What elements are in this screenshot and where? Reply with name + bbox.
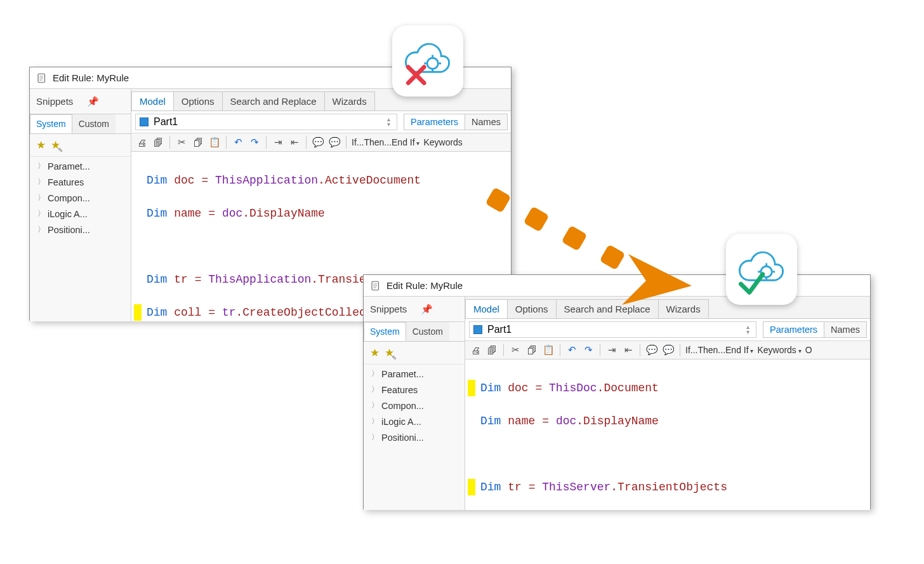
tree-item[interactable]: 〉Compon... [364,398,465,413]
redo-icon[interactable]: ↷ [248,136,261,149]
tree-item[interactable]: 〉Positioni... [364,429,465,445]
copy-icon[interactable]: 🗍 [192,136,204,149]
snippet-tree: 〉Paramet... 〉Features 〉Compon... 〉iLogic… [364,365,465,510]
pin-icon[interactable]: 📌 [421,304,433,315]
document-selector[interactable]: Part1 ▴▾ [469,321,756,338]
tree-item[interactable]: 〉Paramet... [30,158,131,174]
tab-custom[interactable]: Custom [406,322,449,341]
keywords-dropdown[interactable]: Keywords [423,137,462,147]
snippets-header: Snippets 📌 [30,89,131,114]
snippet-tree: 〉Paramet... 〉Features 〉Compon... 〉iLogic… [30,157,131,321]
tree-item[interactable]: 〉Features [364,382,465,398]
part-icon [140,117,148,126]
part-icon [473,325,482,334]
tab-parameters[interactable]: Parameters [763,321,824,338]
svg-rect-22 [562,225,588,252]
tab-names[interactable]: Names [824,321,867,338]
svg-rect-20 [485,187,512,213]
print-icon[interactable]: 🖨 [135,136,148,149]
code-editor[interactable]: Dim doc = ThisDoc.Document Dim name = do… [465,359,870,510]
star-edit-icon[interactable]: ★ [51,138,60,152]
copy-all-icon[interactable]: 🗐 [152,136,164,149]
copy-all-icon[interactable]: 🗐 [485,344,498,356]
tab-system[interactable]: System [30,114,72,133]
star-edit-icon[interactable]: ★ [385,346,394,359]
tab-wizards[interactable]: Wizards [324,91,375,111]
document-name: Part1 [154,116,178,128]
print-icon[interactable]: 🖨 [469,344,482,356]
tree-item[interactable]: 〉Compon... [30,190,131,206]
comment-add-icon[interactable]: 💬 [645,344,658,356]
svg-point-8 [427,58,438,69]
star-icon[interactable]: ★ [36,138,46,152]
keywords-dropdown[interactable]: Keywords [757,345,801,355]
star-icon[interactable]: ★ [370,346,380,359]
outdent-icon[interactable]: ⇤ [622,344,635,356]
spinner-icon[interactable]: ▴▾ [385,117,393,127]
rule-icon [370,280,381,292]
cloud-badge-fail [392,25,463,97]
tab-model[interactable]: Model [131,91,174,111]
redo-icon[interactable]: ↷ [582,344,595,356]
tab-custom[interactable]: Custom [72,114,116,133]
snippets-header: Snippets 📌 [364,297,465,322]
tab-search-replace[interactable]: Search and Replace [222,91,325,111]
editor-toolbar: 🖨 🗐 ✂ 🗍 📋 ↶ ↷ ⇥ ⇤ 💬 💬 If...Then...End If… [465,341,870,359]
svg-rect-21 [524,206,550,232]
cut-icon[interactable]: ✂ [175,136,188,149]
window-title: Edit Rule: MyRule [386,280,463,291]
window-title: Edit Rule: MyRule [53,72,129,83]
tree-item[interactable]: 〉Paramet... [364,366,465,382]
tree-item[interactable]: 〉Features [30,174,131,190]
snippets-tabs: System Custom [30,114,131,134]
rule-icon [36,72,48,84]
tab-names[interactable]: Names [465,114,508,130]
svg-rect-23 [600,245,626,271]
toolbar-overflow: O [805,345,812,355]
tab-system[interactable]: System [364,322,406,341]
paste-icon[interactable]: 📋 [208,136,221,149]
ifthen-dropdown[interactable]: If...Then...End If [352,137,419,147]
transition-arrow [482,184,698,311]
tree-item[interactable]: 〉iLogic A... [30,206,131,222]
paste-icon[interactable]: 📋 [542,344,555,356]
tab-options[interactable]: Options [173,91,223,111]
cut-icon[interactable]: ✂ [509,344,522,356]
comment-del-icon[interactable]: 💬 [662,344,675,356]
document-name: Part1 [487,324,512,335]
indent-icon[interactable]: ⇥ [605,344,618,356]
cloud-badge-ok [726,234,797,305]
editor-toolbar: 🖨 🗐 ✂ 🗍 📋 ↶ ↷ ⇥ ⇤ 💬 💬 If...Then...End If… [131,133,511,152]
snippets-tabs: System Custom [364,322,465,342]
tab-parameters[interactable]: Parameters [404,114,465,130]
pin-icon[interactable]: 📌 [87,96,99,107]
spinner-icon[interactable]: ▴▾ [744,325,752,335]
indent-icon[interactable]: ⇥ [272,136,284,149]
snippets-pane: Snippets 📌 System Custom ★ ★ 〉Paramet...… [30,89,131,321]
ifthen-dropdown[interactable]: If...Then...End If [685,345,753,355]
tree-item[interactable]: 〉Positioni... [30,222,131,238]
outdent-icon[interactable]: ⇤ [288,136,301,149]
undo-icon[interactable]: ↶ [232,136,244,149]
tree-item[interactable]: 〉iLogic A... [364,413,465,429]
document-selector[interactable]: Part1 ▴▾ [135,114,397,130]
svg-marker-24 [622,254,692,305]
comment-del-icon[interactable]: 💬 [328,136,341,149]
comment-add-icon[interactable]: 💬 [312,136,324,149]
copy-icon[interactable]: 🗍 [525,344,538,356]
snippets-pane: Snippets 📌 System Custom ★ ★ 〉Paramet...… [364,297,465,510]
undo-icon[interactable]: ↶ [565,344,578,356]
